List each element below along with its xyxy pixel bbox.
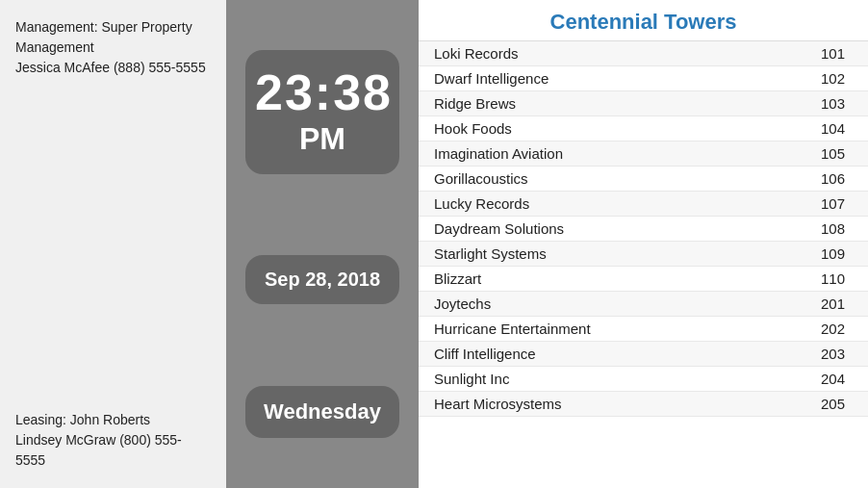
center-panel: 23:38 PM Sep 28, 2018 Wednesday <box>226 0 419 488</box>
tenant-name: Blizzart <box>434 270 797 287</box>
table-row: Sunlight Inc204 <box>419 367 868 392</box>
building-title: Centennial Towers <box>419 0 868 41</box>
table-row: Hurricane Entertainment202 <box>419 317 868 342</box>
tenant-unit: 109 <box>797 245 845 262</box>
table-row: Heart Microsystems205 <box>419 392 868 417</box>
table-row: Imagination Aviation105 <box>419 141 868 167</box>
day-box: Wednesday <box>245 386 399 438</box>
tenant-name: Joytechs <box>434 295 797 312</box>
table-row: Joytechs201 <box>419 292 868 317</box>
date-text: Sep 28, 2018 <box>255 269 390 291</box>
table-row: Daydream Solutions108 <box>419 217 868 242</box>
day-text: Wednesday <box>255 399 390 424</box>
table-row: Hook Foods104 <box>419 116 868 141</box>
management-info: Management: Super Property Management Je… <box>15 17 211 78</box>
tenant-name: Daydream Solutions <box>434 220 797 237</box>
tenant-unit: 204 <box>797 371 845 387</box>
table-row: Loki Records101 <box>419 41 868 66</box>
clock-ampm: PM <box>255 121 390 157</box>
management-contact: Jessica McAfee (888) 555-5555 <box>15 60 206 75</box>
tenant-name: Hurricane Entertainment <box>434 321 797 337</box>
management-label: Management: Super Property Management <box>15 19 192 55</box>
tenant-name: Dwarf Intelligence <box>434 70 797 87</box>
table-row: Lucky Records107 <box>419 192 868 217</box>
tenant-unit: 108 <box>797 220 845 237</box>
leasing-contact: Lindsey McGraw (800) 555-5555 <box>15 432 182 468</box>
tenant-unit: 103 <box>797 95 845 112</box>
tenant-name: Lucky Records <box>434 195 797 212</box>
tenant-name: Starlight Systems <box>434 245 797 262</box>
table-row: Gorillacoustics106 <box>419 167 868 192</box>
tenant-unit: 106 <box>797 170 845 187</box>
tenant-name: Sunlight Inc <box>434 371 797 387</box>
table-row: Cliff Intelligence203 <box>419 342 868 367</box>
tenant-unit: 201 <box>797 295 845 312</box>
clock-time: 23:38 <box>255 67 390 117</box>
tenant-unit: 205 <box>797 396 845 412</box>
tenant-list: Loki Records101Dwarf Intelligence102Ridg… <box>419 41 868 488</box>
date-box: Sep 28, 2018 <box>245 255 399 304</box>
tenant-name: Gorillacoustics <box>434 170 797 187</box>
right-panel: Centennial Towers Loki Records101Dwarf I… <box>419 0 868 488</box>
tenant-name: Ridge Brews <box>434 95 797 112</box>
tenant-name: Hook Foods <box>434 120 797 137</box>
tenant-unit: 107 <box>797 195 845 212</box>
table-row: Starlight Systems109 <box>419 242 868 267</box>
tenant-name: Imagination Aviation <box>434 145 797 162</box>
left-panel: Management: Super Property Management Je… <box>0 0 226 488</box>
tenant-unit: 110 <box>797 270 845 287</box>
tenant-unit: 101 <box>797 45 845 62</box>
table-row: Dwarf Intelligence102 <box>419 66 868 91</box>
tenant-name: Loki Records <box>434 45 797 62</box>
clock-box: 23:38 PM <box>245 50 399 174</box>
tenant-unit: 104 <box>797 120 845 137</box>
tenant-unit: 102 <box>797 70 845 87</box>
leasing-info: Leasing: John Roberts Lindsey McGraw (80… <box>15 410 211 471</box>
tenant-unit: 105 <box>797 145 845 162</box>
tenant-unit: 203 <box>797 346 845 362</box>
tenant-unit: 202 <box>797 321 845 337</box>
tenant-name: Heart Microsystems <box>434 396 797 412</box>
tenant-name: Cliff Intelligence <box>434 346 797 362</box>
table-row: Blizzart110 <box>419 267 868 292</box>
table-row: Ridge Brews103 <box>419 91 868 116</box>
leasing-label: Leasing: John Roberts <box>15 412 150 427</box>
